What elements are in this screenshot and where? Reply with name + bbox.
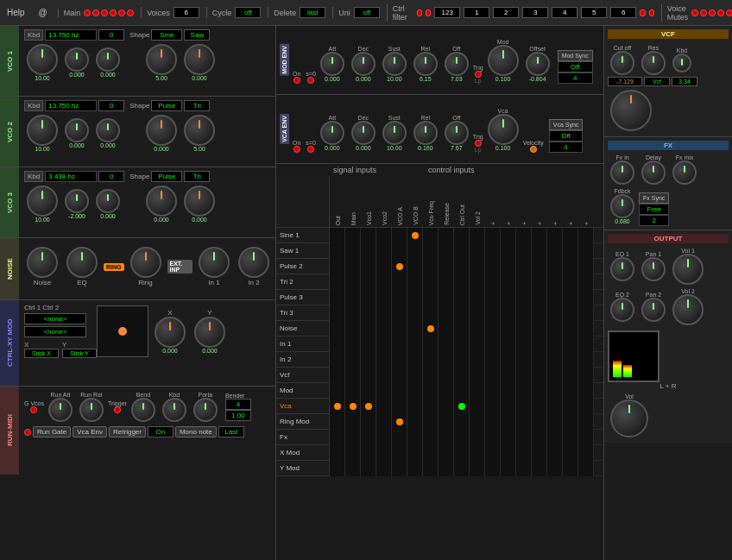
ring-dial[interactable] [130, 247, 161, 278]
cell-6-9[interactable] [470, 321, 485, 337]
vco2-dial1[interactable] [27, 115, 58, 146]
cell-0-15[interactable] [563, 228, 578, 243]
cell-12-3[interactable] [376, 414, 392, 430]
cell-5-16[interactable] [578, 305, 594, 321]
cell-9-16[interactable] [578, 368, 594, 383]
cell-10-15[interactable] [563, 383, 578, 399]
cell-9-6[interactable] [423, 368, 439, 383]
cell-6-0[interactable] [330, 321, 345, 337]
cell-0-16[interactable] [578, 228, 594, 243]
vcf-main-knob[interactable] [610, 90, 652, 131]
cell-7-7[interactable] [439, 337, 454, 352]
pan2-dial[interactable] [641, 298, 666, 322]
run-att-dial[interactable] [48, 398, 73, 422]
cell-1-3[interactable] [376, 243, 392, 259]
ctrl-led-4[interactable] [649, 9, 654, 16]
eq2-knob[interactable]: EQ 2 [610, 292, 634, 322]
cell-1-5[interactable] [407, 243, 423, 259]
cell-4-11[interactable] [501, 290, 516, 305]
cell-11-13[interactable] [532, 399, 547, 414]
vco2-dial4[interactable] [146, 115, 177, 146]
ctrl2-option[interactable]: <none> [24, 326, 86, 337]
cell-10-14[interactable] [547, 383, 563, 399]
vca-vca-knob[interactable]: Vca 0.100 [488, 108, 519, 151]
cell-11-2[interactable] [361, 399, 376, 414]
cell-10-4[interactable] [392, 383, 407, 399]
cell-9-13[interactable] [532, 368, 547, 383]
mono-val[interactable]: Last [218, 426, 244, 437]
noise-dial[interactable] [27, 247, 58, 278]
cell-7-6[interactable] [423, 337, 439, 352]
cell-15-5[interactable] [407, 461, 423, 476]
cell-15-7[interactable] [439, 461, 454, 476]
cell-15-8[interactable] [454, 461, 470, 476]
cell-2-8[interactable] [454, 259, 470, 274]
cell-5-6[interactable] [423, 305, 439, 321]
led-main-5[interactable] [118, 9, 125, 16]
cell-2-4[interactable] [392, 259, 407, 274]
cell-12-0[interactable] [330, 414, 345, 430]
cell-2-7[interactable] [439, 259, 454, 274]
cell-11-16[interactable] [578, 399, 594, 414]
cell-4-9[interactable] [470, 290, 485, 305]
vcf-kbd-knob[interactable]: Kbd [672, 47, 691, 72]
vm-led-4[interactable] [717, 9, 724, 16]
cell-1-2[interactable] [361, 243, 376, 259]
vco2-knob3[interactable]: 0.000 [96, 118, 120, 148]
run-led[interactable] [24, 429, 31, 436]
run-rel-knob[interactable]: Run Rel [79, 392, 104, 422]
cell-15-4[interactable] [392, 461, 407, 476]
cell-4-12[interactable] [516, 290, 532, 305]
cell-15-11[interactable] [501, 461, 516, 476]
ctrl-x-dial[interactable] [155, 317, 186, 348]
cell-15-6[interactable] [423, 461, 439, 476]
cell-11-7[interactable] [439, 399, 454, 414]
vca-sync-val[interactable]: 4 [549, 142, 584, 153]
cell-14-1[interactable] [345, 445, 361, 461]
ctrl-x-knob[interactable]: X 0.000 [155, 309, 186, 354]
cell-14-15[interactable] [563, 445, 578, 461]
vca-s0-led[interactable] [307, 146, 314, 153]
cell-1-11[interactable] [501, 243, 516, 259]
cell-5-12[interactable] [516, 305, 532, 321]
cell-10-13[interactable] [532, 383, 547, 399]
velocity-led[interactable] [530, 146, 537, 153]
cell-4-8[interactable] [454, 290, 470, 305]
cell-9-0[interactable] [330, 368, 345, 383]
cell-14-6[interactable] [423, 445, 439, 461]
fx-delay-dial[interactable] [641, 160, 666, 185]
cell-0-5[interactable] [407, 228, 423, 243]
delete-val[interactable]: last [300, 7, 325, 18]
cell-3-15[interactable] [563, 274, 578, 290]
vca-off-dial[interactable] [445, 121, 469, 145]
cell-14-12[interactable] [516, 445, 532, 461]
bender-val2[interactable]: 1.00 [225, 410, 251, 421]
trigger-led[interactable] [114, 406, 121, 413]
vco1-dial1[interactable] [27, 44, 58, 75]
cell-7-8[interactable] [454, 337, 470, 352]
fx-in-dial[interactable] [610, 160, 634, 185]
cell-12-2[interactable] [361, 414, 376, 430]
cell-15-12[interactable] [516, 461, 532, 476]
cell-12-10[interactable] [485, 414, 501, 430]
cell-0-8[interactable] [454, 228, 470, 243]
cell-3-6[interactable] [423, 274, 439, 290]
run-rel-dial[interactable] [79, 398, 104, 422]
cell-13-15[interactable] [563, 430, 578, 445]
cell-8-9[interactable] [470, 352, 485, 368]
cell-2-15[interactable] [563, 259, 578, 274]
cell-2-12[interactable] [516, 259, 532, 274]
cell-5-10[interactable] [485, 305, 501, 321]
cell-8-7[interactable] [439, 352, 454, 368]
cell-1-9[interactable] [470, 243, 485, 259]
cell-10-8[interactable] [454, 383, 470, 399]
menu-at[interactable]: @ [35, 6, 51, 19]
vol2-dial[interactable] [672, 294, 704, 325]
cell-2-3[interactable] [376, 259, 392, 274]
vco2-knob1[interactable]: 10.00 [27, 115, 58, 152]
vco2-knob5[interactable]: 5.00 [184, 115, 215, 152]
vco2-knob4[interactable]: 0.000 [146, 115, 177, 152]
cell-14-7[interactable] [439, 445, 454, 461]
cell-6-11[interactable] [501, 321, 516, 337]
cell-7-14[interactable] [547, 337, 563, 352]
